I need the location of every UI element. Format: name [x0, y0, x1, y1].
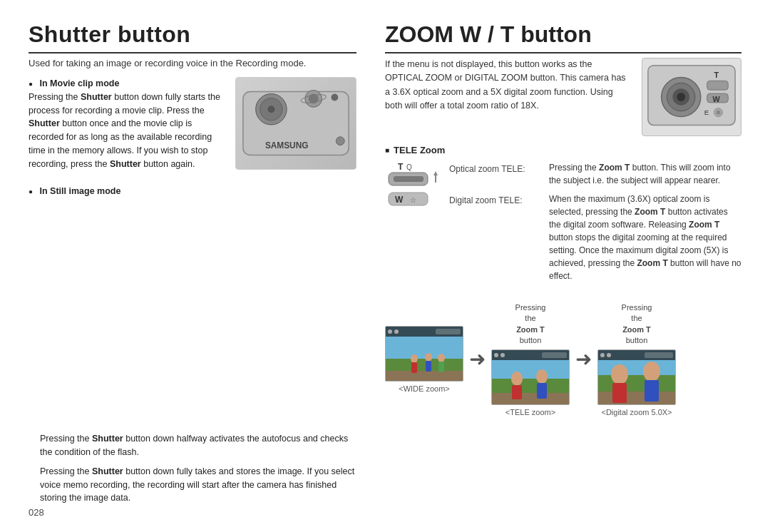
svg-rect-46 — [492, 393, 570, 405]
wide-zoom-svg — [386, 327, 463, 382]
zoom-diagram: T Q W ☆ — [385, 161, 442, 215]
svg-point-63 — [600, 353, 605, 357]
svg-point-3 — [267, 106, 274, 113]
svg-point-58 — [611, 364, 628, 384]
arrow1-icon: ➜ — [469, 347, 486, 371]
wide-zoom-photo — [385, 326, 463, 382]
shutter-section: Shutter button Used for taking an image … — [29, 21, 356, 511]
svg-rect-43 — [436, 329, 461, 334]
bullet-still-image: In Still image mode — [29, 185, 356, 198]
svg-point-52 — [494, 353, 498, 357]
zoom-info-table: Optical zoom TELE: Pressing the Zoom T b… — [449, 161, 741, 282]
camera-side-image: T W E — [642, 58, 741, 136]
svg-rect-65 — [645, 352, 673, 358]
shutter-top-area: In Movie clip mode Pressing the Shutter … — [29, 77, 356, 178]
zoom-tele-svg: T Q W ☆ — [385, 161, 442, 215]
shutter-bullet2-list: In Still image mode — [29, 185, 356, 432]
svg-rect-50 — [537, 383, 547, 399]
page-number: 028 — [29, 507, 44, 518]
zoom-diagram-row: T Q W ☆ Optical zoom — [385, 161, 741, 292]
svg-rect-61 — [645, 380, 659, 401]
digital-zoom-item: <Digital zoom 5.0X> — [597, 349, 676, 416]
svg-rect-48 — [512, 385, 522, 399]
camera-top-svg: SAMSUNG — [236, 77, 356, 170]
svg-rect-54 — [542, 352, 567, 358]
svg-point-41 — [388, 329, 392, 334]
svg-rect-25 — [394, 176, 423, 182]
svg-text:W: W — [395, 195, 404, 205]
svg-point-49 — [536, 369, 548, 384]
svg-text:T: T — [398, 162, 404, 172]
pressing-label-2: Pressing the Zoom T button — [622, 302, 652, 347]
arrow2-icon: ➜ — [575, 347, 592, 371]
tele-zoom-label: TELE Zoom — [394, 145, 445, 155]
svg-point-64 — [607, 353, 611, 357]
optical-zoom-text: Pressing the Zoom T button. This will zo… — [549, 161, 741, 187]
digital-zoom-svg — [598, 350, 676, 405]
svg-point-42 — [394, 329, 399, 334]
svg-rect-37 — [426, 361, 431, 372]
bullet-movie-clip: In Movie clip mode Pressing the Shutter … — [29, 77, 227, 170]
bullet-still-title: In Still image mode — [40, 186, 121, 196]
shutter-subtitle: Used for taking an image or recording vo… — [29, 58, 356, 68]
camera-top-image: SAMSUNG — [235, 77, 356, 170]
shutter-title: Shutter button — [29, 21, 356, 53]
svg-point-21 — [717, 111, 721, 115]
digital-zoom-group: Pressing the Zoom T button — [597, 302, 676, 416]
camera-side-svg: T W E — [642, 58, 741, 136]
tele-zoom-group: Pressing the Zoom T button — [491, 302, 570, 416]
tele-zoom-photo — [491, 349, 570, 405]
photo-sequence: <WIDE zoom> ➜ Pressing the Zoom T button — [385, 302, 741, 416]
pressing-label-1: Pressing the Zoom T button — [515, 302, 546, 347]
digital-zoom-text: When the maximum (3.6X) optical zoom is … — [549, 193, 741, 282]
still-text1: Pressing the Shutter button down halfway… — [29, 432, 356, 459]
svg-text:SAMSUNG: SAMSUNG — [265, 140, 309, 150]
svg-point-36 — [425, 353, 432, 362]
camera-top-view: SAMSUNG — [236, 78, 356, 169]
svg-text:T: T — [714, 71, 719, 79]
svg-rect-35 — [411, 362, 417, 373]
zoom-section: ZOOM W / T button If the menu is not dis… — [385, 21, 741, 511]
svg-point-53 — [500, 353, 505, 357]
svg-point-9 — [336, 137, 344, 145]
shutter-bullets: In Movie clip mode Pressing the Shutter … — [29, 77, 227, 178]
zoom-description: If the menu is not displayed, this butto… — [385, 58, 632, 136]
tele-zoom-item: <TELE zoom> — [491, 349, 570, 416]
zoom-title: ZOOM W / T button — [385, 21, 741, 53]
wide-zoom-item: <WIDE zoom> — [385, 326, 463, 393]
svg-text:Q: Q — [406, 163, 412, 171]
svg-point-34 — [411, 354, 418, 363]
bullet-movie-title: In Movie clip mode — [40, 78, 120, 88]
svg-marker-26 — [433, 171, 438, 175]
svg-rect-59 — [612, 383, 627, 403]
svg-rect-16 — [707, 81, 729, 90]
svg-rect-33 — [386, 371, 463, 382]
svg-text:E: E — [704, 108, 709, 116]
svg-point-38 — [438, 354, 445, 362]
svg-text:☆: ☆ — [410, 196, 416, 204]
svg-rect-57 — [598, 392, 676, 405]
still-text2: Pressing the Shutter button down fully t… — [29, 465, 356, 505]
wide-zoom-caption: <WIDE zoom> — [399, 384, 450, 393]
tele-zoom-header: TELE Zoom — [385, 145, 741, 155]
svg-point-14 — [677, 93, 685, 101]
svg-text:W: W — [713, 95, 721, 103]
svg-point-60 — [643, 362, 660, 382]
optical-zoom-label: Optical zoom TELE: — [449, 161, 542, 187]
digital-zoom-caption: <Digital zoom 5.0X> — [601, 408, 672, 416]
digital-zoom-photo — [597, 349, 676, 405]
svg-rect-39 — [438, 362, 444, 372]
tele-zoom-caption: <TELE zoom> — [505, 408, 555, 416]
svg-point-47 — [511, 372, 523, 386]
svg-point-7 — [331, 93, 338, 101]
digital-zoom-label: Digital zoom TELE: — [449, 193, 542, 282]
zoom-top-area: If the menu is not displayed, this butto… — [385, 58, 741, 136]
tele-zoom-svg — [492, 350, 570, 405]
bullet-movie-text: Pressing the Shutter button down fully s… — [29, 92, 220, 169]
